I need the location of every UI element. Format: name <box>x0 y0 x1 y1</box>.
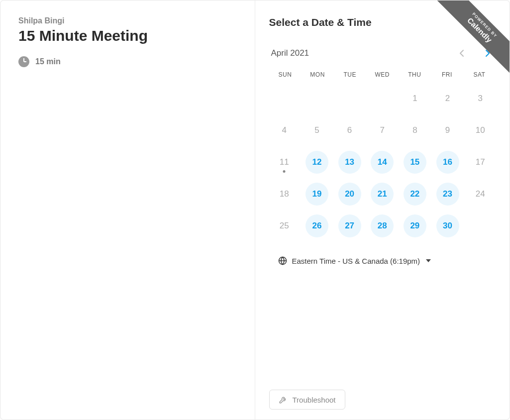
calendar-day[interactable]: 27 <box>338 214 361 237</box>
calendar-day: 7 <box>371 119 394 142</box>
day-cell: 8 <box>400 117 430 144</box>
day-cell: 6 <box>334 117 365 144</box>
calendar-day[interactable]: 22 <box>404 183 426 206</box>
powered-by-link[interactable]: POWERED BY Calendly <box>433 0 510 76</box>
calendar-day: 5 <box>306 119 328 142</box>
day-cell: 30 <box>432 212 463 239</box>
calendar-day[interactable]: 12 <box>306 151 328 174</box>
weekday-label: THU <box>399 71 431 78</box>
calendar-day[interactable]: 20 <box>338 183 361 206</box>
day-cell: 15 <box>400 149 430 176</box>
calendar-day[interactable]: 16 <box>436 151 459 174</box>
calendar-day[interactable]: 14 <box>371 151 394 174</box>
weekday-label: SUN <box>269 71 302 78</box>
day-cell <box>269 85 300 112</box>
day-cell: 3 <box>465 85 496 112</box>
calendar-day: 11 <box>273 151 296 174</box>
day-cell: 9 <box>432 117 463 144</box>
day-cell: 17 <box>465 149 496 176</box>
day-cell: 10 <box>465 117 496 144</box>
day-cell: 13 <box>334 149 365 176</box>
host-name: Shilpa Bingi <box>18 16 237 25</box>
weekday-label: MON <box>302 71 334 78</box>
calendar-day: 10 <box>469 119 492 142</box>
calendar-day: 2 <box>436 87 459 110</box>
day-cell: 26 <box>302 212 332 239</box>
meeting-title: 15 Minute Meeting <box>18 27 237 44</box>
duration-label: 15 min <box>35 57 61 66</box>
timezone-selector[interactable]: Eastern Time - US & Canada (6:19pm) <box>269 256 496 265</box>
day-cell: 18 <box>269 181 300 208</box>
calendar-day: 17 <box>469 151 492 174</box>
days-grid: 1234567891011121314151617181920212223242… <box>269 85 496 239</box>
day-cell: 16 <box>432 149 463 176</box>
calendar-day: 6 <box>338 119 361 142</box>
calendar: SUN MON TUE WED THU FRI SAT 123456789101… <box>269 71 496 239</box>
day-cell: 2 <box>432 85 463 112</box>
day-cell: 12 <box>302 149 332 176</box>
weekday-label: FRI <box>431 71 463 78</box>
calendar-day[interactable]: 28 <box>371 214 394 237</box>
calendar-day: 3 <box>469 87 492 110</box>
calendar-day[interactable]: 26 <box>306 214 328 237</box>
day-cell: 29 <box>400 212 430 239</box>
day-cell: 24 <box>465 181 496 208</box>
calendar-day[interactable]: 29 <box>404 214 426 237</box>
weekday-header: SUN MON TUE WED THU FRI SAT <box>269 71 496 78</box>
troubleshoot-label: Troubleshoot <box>293 396 336 404</box>
day-cell: 28 <box>367 212 398 239</box>
day-cell <box>367 85 398 112</box>
globe-icon <box>278 256 287 265</box>
calendar-day: 18 <box>273 183 296 206</box>
caret-down-icon <box>426 259 431 262</box>
event-details-panel: Shilpa Bingi 15 Minute Meeting 15 min <box>0 0 255 420</box>
weekday-label: TUE <box>334 71 366 78</box>
calendar-day: 1 <box>404 87 426 110</box>
day-cell: 4 <box>269 117 300 144</box>
day-cell: 7 <box>367 117 398 144</box>
calendar-day[interactable]: 19 <box>306 183 328 206</box>
day-cell: 14 <box>367 149 398 176</box>
day-cell: 27 <box>334 212 365 239</box>
day-cell: 5 <box>302 117 332 144</box>
timezone-label: Eastern Time - US & Canada (6:19pm) <box>292 257 420 265</box>
powered-by-ribbon: POWERED BY Calendly <box>430 0 510 80</box>
day-cell: 19 <box>302 181 332 208</box>
calendar-day[interactable]: 30 <box>436 214 459 237</box>
meeting-duration: 15 min <box>18 56 237 67</box>
troubleshoot-button[interactable]: Troubleshoot <box>269 390 345 410</box>
day-cell: 23 <box>432 181 463 208</box>
calendar-day: 8 <box>404 119 426 142</box>
weekday-label: WED <box>366 71 399 78</box>
calendar-panel: Select a Date & Time April 2021 SUN MON … <box>255 0 510 420</box>
day-cell: 22 <box>400 181 430 208</box>
scheduling-page: Shilpa Bingi 15 Minute Meeting 15 min Se… <box>0 0 510 420</box>
day-cell: 25 <box>269 212 300 239</box>
day-cell: 1 <box>400 85 430 112</box>
calendar-day[interactable]: 23 <box>436 183 459 206</box>
day-cell: 21 <box>367 181 398 208</box>
calendar-day[interactable]: 15 <box>404 151 426 174</box>
day-cell: 11 <box>269 149 300 176</box>
calendar-day[interactable]: 21 <box>371 183 394 206</box>
prev-month-button[interactable] <box>456 47 468 59</box>
clock-icon <box>18 56 29 67</box>
calendar-day: 24 <box>469 183 492 206</box>
calendar-day: 4 <box>273 119 296 142</box>
calendar-day[interactable]: 13 <box>338 151 361 174</box>
calendar-day: 25 <box>273 214 296 237</box>
day-cell <box>334 85 365 112</box>
weekday-label: SAT <box>463 71 496 78</box>
calendar-day: 9 <box>436 119 459 142</box>
month-label: April 2021 <box>271 48 309 58</box>
wrench-icon <box>279 395 288 404</box>
month-navigation: April 2021 <box>269 47 496 59</box>
day-cell <box>302 85 332 112</box>
day-cell: 20 <box>334 181 365 208</box>
chevron-left-icon <box>459 49 464 57</box>
